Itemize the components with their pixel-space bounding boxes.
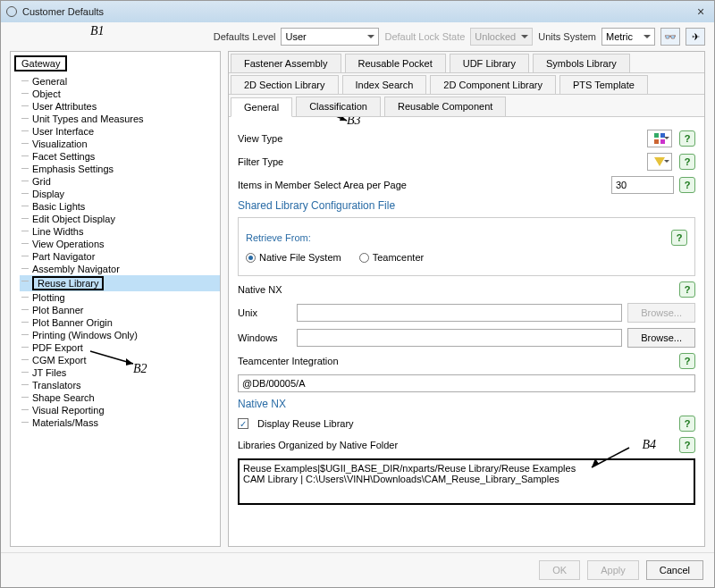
tree-item[interactable]: Visualization [20, 138, 220, 150]
items-per-page-label: Items in Member Select Area per Page [238, 180, 407, 190]
windows-path-input[interactable] [297, 329, 622, 347]
tabs-row-1: Fastener AssemblyReusable PocketUDF Libr… [229, 52, 704, 73]
tree-item[interactable]: Translators [20, 379, 220, 391]
tree-item[interactable]: Assembly Navigator [20, 263, 220, 275]
grid-icon [654, 133, 665, 144]
tree-item[interactable]: Unit Types and Measures [20, 113, 220, 125]
tab[interactable]: Reusable Pocket [345, 54, 446, 72]
tree-item[interactable]: Edit Object Display [20, 213, 220, 225]
windows-label: Windows [238, 332, 291, 343]
tree-item[interactable]: CGM Export [20, 354, 220, 366]
close-icon[interactable]: × [693, 4, 709, 19]
tab[interactable]: Classification [296, 97, 381, 116]
shared-lib-title: Shared Library Configuration File [238, 199, 695, 212]
tree-item[interactable]: Emphasis Settings [20, 163, 220, 175]
items-per-page-input[interactable] [611, 176, 674, 194]
help-icon[interactable]: ? [679, 437, 695, 453]
tree-item[interactable]: General [20, 75, 220, 88]
tree-item[interactable]: JT Files [20, 366, 220, 379]
lock-state-select: Unlocked [470, 28, 533, 46]
tree-root-gateway[interactable]: Gateway [14, 55, 67, 71]
unix-path-input[interactable] [297, 304, 622, 322]
tree-item[interactable]: Printing (Windows Only) [20, 329, 220, 341]
help-icon[interactable]: ? [679, 281, 695, 298]
unix-label: Unix [238, 307, 291, 318]
svg-marker-1 [340, 117, 347, 121]
binoculars-icon[interactable]: 👓 [660, 28, 680, 46]
funnel-icon [654, 157, 665, 166]
display-reuse-label: Display Reuse Library [257, 418, 354, 429]
wizard-icon[interactable]: ✈ [686, 28, 705, 46]
display-reuse-checkbox[interactable]: ✓ [238, 418, 248, 429]
help-icon[interactable]: ? [679, 353, 695, 369]
tab[interactable]: Index Search [342, 75, 427, 94]
window-title: Customer Defaults [22, 6, 104, 17]
tree-item[interactable]: Plotting [20, 291, 220, 304]
tab[interactable]: PTS Template [559, 75, 648, 94]
retrieve-native-radio[interactable]: Native File System [246, 252, 341, 263]
retrieve-from-label: Retrieve From: [246, 232, 311, 243]
tree-item[interactable]: Display [20, 188, 220, 200]
tab[interactable]: General [231, 97, 292, 117]
ok-button: OK [539, 560, 580, 580]
tab[interactable]: 2D Component Library [430, 75, 556, 94]
libs-by-folder-input[interactable] [238, 458, 695, 505]
view-type-select[interactable] [647, 130, 672, 147]
defaults-level-label: Defaults Level [214, 31, 276, 42]
libs-by-folder-label: Libraries Organized by Native Folder [238, 440, 398, 450]
view-type-label: View Type [238, 133, 282, 144]
gear-icon [6, 6, 17, 17]
tab-content-general: B3 View Type ? Filter Type ? Items in Me… [229, 117, 704, 546]
tree-item[interactable]: Reuse Library [20, 275, 220, 291]
tree-item[interactable]: Facet Settings [20, 150, 220, 163]
help-icon[interactable]: ? [671, 230, 687, 246]
settings-pane: Fastener AssemblyReusable PocketUDF Libr… [228, 51, 705, 547]
retrieve-teamcenter-radio[interactable]: Teamcenter [359, 252, 424, 263]
tab[interactable]: Fastener Assembly [231, 54, 341, 72]
customer-defaults-window: Customer Defaults × B1 Defaults Level Us… [0, 0, 715, 588]
tree-item[interactable]: View Operations [20, 238, 220, 250]
help-icon[interactable]: ? [679, 416, 695, 432]
tree-item[interactable]: Shape Search [20, 391, 220, 404]
tab[interactable]: UDF Library [450, 54, 529, 72]
filter-type-select[interactable] [647, 153, 672, 171]
native-nx-label: Native NX [238, 284, 282, 295]
tree-item[interactable]: Visual Reporting [20, 404, 220, 416]
units-label: Units System [538, 31, 596, 42]
tc-integration-input[interactable] [238, 374, 695, 392]
native-nx-section-title: Native NX [238, 398, 695, 410]
tree-item[interactable]: Object [20, 88, 220, 100]
top-toolbar: Defaults Level User Default Lock State U… [1, 22, 714, 51]
tree-item[interactable]: Plot Banner Origin [20, 316, 220, 329]
apply-button: Apply [587, 560, 639, 580]
tree-item[interactable]: Plot Banner [20, 304, 220, 316]
tc-integration-label: Teamcenter Integration [238, 356, 339, 366]
tree-item[interactable]: Materials/Mass [20, 416, 220, 429]
units-select[interactable]: Metric [601, 28, 655, 46]
tree-item[interactable]: User Interface [20, 125, 220, 138]
nav-tree[interactable]: Gateway GeneralObjectUser AttributesUnit… [10, 51, 221, 547]
unix-browse-button: Browse... [627, 303, 695, 323]
dialog-footer: OK Apply Cancel [1, 552, 714, 587]
tab[interactable]: Reusable Component [384, 97, 506, 116]
help-icon[interactable]: ? [679, 154, 695, 170]
tabs-row-2: 2D Section LibraryIndex Search2D Compone… [229, 73, 704, 95]
tree-item[interactable]: Basic Lights [20, 200, 220, 213]
help-icon[interactable]: ? [679, 177, 695, 193]
tree-item[interactable]: PDF Export [20, 341, 220, 354]
tree-item[interactable]: User Attributes [20, 100, 220, 113]
tab[interactable]: 2D Section Library [231, 75, 339, 94]
annotation-b3: B3 [347, 117, 361, 128]
tree-item[interactable]: Grid [20, 175, 220, 188]
help-icon[interactable]: ? [679, 130, 695, 147]
filter-type-label: Filter Type [238, 156, 283, 167]
defaults-level-select[interactable]: User [281, 28, 379, 46]
windows-browse-button[interactable]: Browse... [627, 328, 695, 348]
tab[interactable]: Symbols Library [533, 54, 630, 72]
svg-line-0 [304, 117, 347, 121]
lock-state-label: Default Lock State [384, 31, 465, 42]
annotation-b4: B4 [642, 438, 656, 452]
tree-item[interactable]: Part Navigator [20, 250, 220, 263]
tree-item[interactable]: Line Widths [20, 225, 220, 238]
cancel-button[interactable]: Cancel [646, 560, 703, 580]
